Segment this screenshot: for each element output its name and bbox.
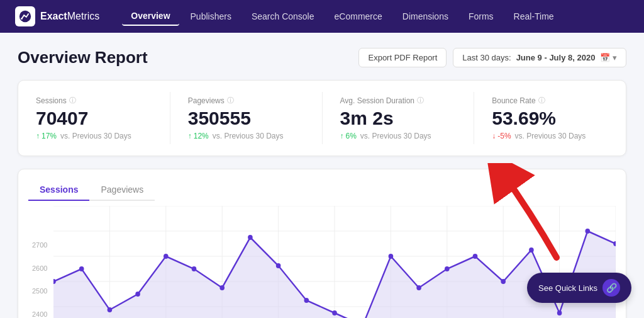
stat-label-avg-session: Avg. Session Duration ⓘ <box>340 96 457 105</box>
quick-links-icon: 🔗 <box>602 279 620 297</box>
nav-items: Overview Publishers Search Console eComm… <box>122 7 562 26</box>
bounce-rate-change: -5% vs. Previous 30 Days <box>492 132 608 140</box>
chart-wrapper: 2700 2600 2500 2400 2300 2200 <box>28 206 616 318</box>
navbar: ExactMetrics Overview Publishers Search … <box>0 0 644 33</box>
stat-card-bounce-rate: Bounce Rate ⓘ 53.69% -5% vs. Previous 30… <box>474 92 626 144</box>
bounce-rate-value: 53.69% <box>492 108 608 129</box>
stat-card-sessions: Sessions ⓘ 70407 17% vs. Previous 30 Day… <box>18 92 170 144</box>
sessions-info-icon[interactable]: ⓘ <box>69 96 76 105</box>
tab-pageviews[interactable]: Pageviews <box>89 179 155 200</box>
nav-item-dimensions[interactable]: Dimensions <box>394 8 457 25</box>
tab-sessions[interactable]: Sessions <box>28 179 89 201</box>
date-range: June 9 - July 8, 2020 <box>516 53 596 62</box>
stat-label-sessions: Sessions ⓘ <box>36 96 152 105</box>
svg-point-30 <box>332 310 337 315</box>
svg-point-33 <box>416 285 421 290</box>
avg-session-up-icon <box>340 132 344 140</box>
logo-icon <box>15 6 35 26</box>
svg-point-1 <box>21 18 23 20</box>
stats-row: Sessions ⓘ 70407 17% vs. Previous 30 Day… <box>18 80 626 156</box>
svg-point-39 <box>585 229 590 234</box>
stat-card-pageviews: Pageviews ⓘ 350555 12% vs. Previous 30 D… <box>170 92 323 144</box>
nav-item-realtime[interactable]: Real-Time <box>505 8 563 25</box>
date-range-button[interactable]: Last 30 days: June 9 - July 8, 2020 📅 ▾ <box>453 48 626 67</box>
stat-label-bounce-rate: Bounce Rate ⓘ <box>492 96 608 105</box>
svg-point-35 <box>473 254 478 259</box>
calendar-icon: 📅 ▾ <box>600 53 617 62</box>
bounce-rate-down-icon <box>492 132 496 140</box>
nav-item-overview[interactable]: Overview <box>122 7 179 26</box>
pageviews-up-icon <box>188 132 192 140</box>
nav-item-publishers[interactable]: Publishers <box>182 8 240 25</box>
chart-svg <box>53 206 616 318</box>
avg-session-info-icon[interactable]: ⓘ <box>417 96 424 105</box>
svg-point-28 <box>276 263 281 268</box>
svg-point-34 <box>445 266 450 271</box>
date-prefix: Last 30 days: <box>462 53 511 62</box>
logo[interactable]: ExactMetrics <box>15 6 99 26</box>
svg-point-37 <box>529 247 534 253</box>
svg-point-25 <box>192 266 197 271</box>
svg-point-22 <box>108 307 113 312</box>
nav-item-ecommerce[interactable]: eCommerce <box>326 8 391 25</box>
stat-card-avg-session: Avg. Session Duration ⓘ 3m 2s 6% vs. Pre… <box>323 92 475 144</box>
svg-point-24 <box>164 254 169 259</box>
svg-point-38 <box>557 310 562 315</box>
avg-session-value: 3m 2s <box>340 108 457 129</box>
sessions-up-icon <box>36 132 40 140</box>
page-title: Overview Report <box>18 48 148 67</box>
header-row: Overview Report Export PDF Report Last 3… <box>18 48 626 67</box>
svg-point-23 <box>135 292 140 297</box>
svg-point-21 <box>79 266 84 271</box>
logo-text: ExactMetrics <box>40 11 99 22</box>
quick-links-label: See Quick Links <box>538 283 597 293</box>
svg-point-29 <box>304 298 309 303</box>
header-actions: Export PDF Report Last 30 days: June 9 -… <box>358 48 626 67</box>
stat-label-pageviews: Pageviews ⓘ <box>188 96 304 105</box>
svg-point-36 <box>501 279 506 284</box>
nav-item-search-console[interactable]: Search Console <box>243 8 323 25</box>
pageviews-value: 350555 <box>188 108 304 129</box>
bounce-rate-info-icon[interactable]: ⓘ <box>538 96 545 105</box>
svg-point-26 <box>219 285 225 290</box>
tabs-row: Sessions Pageviews <box>28 179 155 201</box>
chart-inner <box>53 206 616 318</box>
sessions-value: 70407 <box>36 108 152 129</box>
nav-item-forms[interactable]: Forms <box>460 8 502 25</box>
pageviews-change: 12% vs. Previous 30 Days <box>188 132 304 140</box>
y-axis-labels: 2700 2600 2500 2400 2300 2200 <box>28 241 51 318</box>
pageviews-info-icon[interactable]: ⓘ <box>227 96 234 105</box>
export-pdf-button[interactable]: Export PDF Report <box>358 48 447 67</box>
svg-point-32 <box>389 254 394 259</box>
avg-session-change: 6% vs. Previous 30 Days <box>340 132 457 140</box>
quick-links-button[interactable]: See Quick Links 🔗 <box>527 273 631 303</box>
sessions-change: 17% vs. Previous 30 Days <box>36 132 152 140</box>
svg-point-27 <box>248 235 253 240</box>
